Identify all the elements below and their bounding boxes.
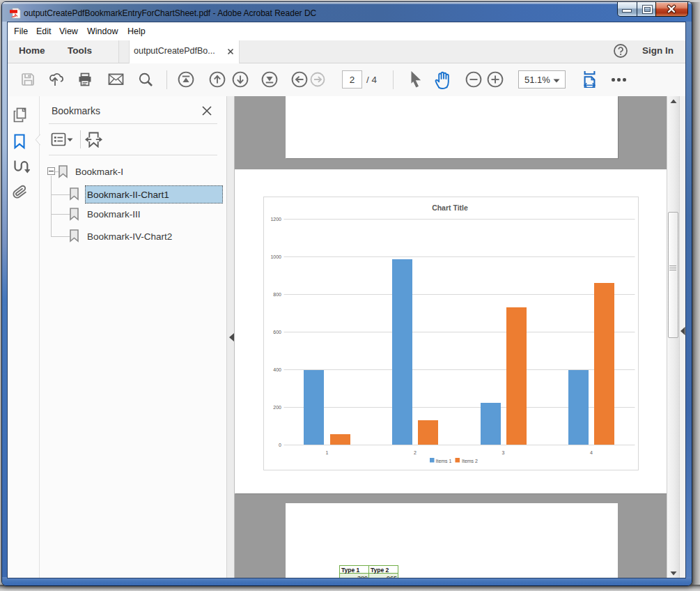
svg-text:4: 4 [590,450,593,455]
svg-text:1: 1 [326,450,329,455]
svg-text:200: 200 [273,405,281,410]
svg-text:800: 800 [273,292,281,297]
svg-text:1000: 1000 [270,254,281,259]
svg-text:Chart Title: Chart Title [432,204,468,212]
svg-text:1200: 1200 [270,217,281,222]
svg-text:Items 2: Items 2 [462,459,478,463]
svg-text:Items 1: Items 1 [436,459,452,463]
svg-text:400: 400 [273,367,281,372]
svg-text:0: 0 [279,443,281,447]
svg-text:600: 600 [273,330,281,335]
svg-text:2: 2 [414,450,417,455]
svg-text:3: 3 [502,450,505,455]
